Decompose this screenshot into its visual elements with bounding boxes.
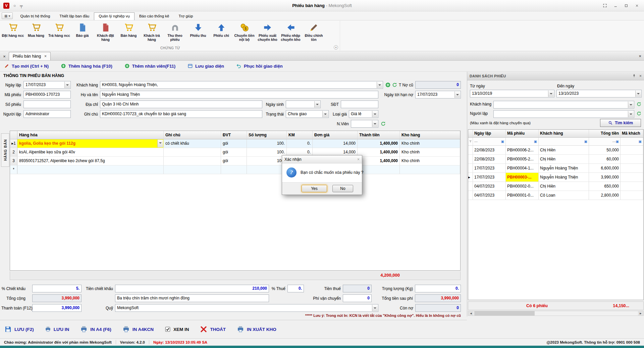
- list-item[interactable]: 04/07/2023 PBH00002-0... Chị Hiền 650,00…: [468, 182, 643, 191]
- in-a4-button[interactable]: IN A4 (F6): [80, 325, 111, 333]
- product-cell[interactable]: kgolia, Golia kẹo the gói 112g: [17, 139, 164, 148]
- in-xuat-kho-button[interactable]: IN XUẤT KHO: [236, 325, 276, 333]
- tim-kiem-button[interactable]: Tìm kiếm: [600, 119, 641, 127]
- dialog-close-icon[interactable]: ×: [357, 157, 360, 162]
- loai-gia-input[interactable]: Giá lẻ: [349, 110, 378, 118]
- chevron-down-icon[interactable]: [372, 305, 378, 311]
- ribbon-khach-tra-hang[interactable]: Khách trả hàng: [140, 22, 163, 43]
- ghi-chu-input[interactable]: KDH00002-170723_ok chuyển từ báo giá san…: [100, 110, 262, 118]
- tao-moi-button[interactable]: Tạo mới (Ctrl + N): [4, 63, 49, 69]
- tab-quan-ly-nghiep-vu[interactable]: Quản lý nghiệp vụ: [94, 12, 135, 20]
- col-dvt[interactable]: ĐVT: [221, 131, 247, 139]
- filter-icon[interactable]: ▣: [534, 138, 537, 145]
- trong-luong-input[interactable]: 0.: [415, 285, 461, 292]
- chevron-down-icon[interactable]: [548, 90, 554, 97]
- scrollbar-thumb[interactable]: [474, 311, 535, 316]
- col-tong-tien[interactable]: Tổng tiền: [589, 130, 621, 137]
- so-phieu-input[interactable]: [23, 100, 71, 108]
- refresh-employee-icon[interactable]: [380, 121, 386, 127]
- filter-icon[interactable]: ▣: [639, 138, 642, 145]
- chevron-down-icon[interactable]: [314, 101, 320, 108]
- thue-pct-input[interactable]: 0.: [287, 285, 304, 292]
- nguoi-lap-input[interactable]: Administrator: [23, 110, 71, 118]
- ribbon-ban-hang[interactable]: Bán hàng: [117, 22, 140, 43]
- col-ngay-lap[interactable]: Ngày lập: [473, 130, 506, 137]
- rp-nguoi-lap-combo[interactable]: [493, 110, 634, 118]
- t-no-cu-input[interactable]: 0: [415, 81, 461, 89]
- quy-combo[interactable]: MekongSoft: [115, 304, 378, 312]
- ribbon-dieu-chinh-ton[interactable]: Điều chỉnh tồn: [302, 22, 325, 43]
- con-no-input[interactable]: 0: [415, 304, 461, 312]
- luu-button[interactable]: LƯU (F2): [4, 325, 34, 333]
- trang-thai-input[interactable]: Chưa giao: [286, 110, 329, 118]
- tong-cong-input[interactable]: 3,990,000: [32, 294, 82, 302]
- ma-phieu-input[interactable]: PBH00003-170723: [23, 91, 71, 98]
- thoat-button[interactable]: THOÁT: [200, 325, 226, 333]
- col-khach-hang[interactable]: Khách hàng: [539, 130, 589, 137]
- chevron-down-icon[interactable]: [628, 111, 634, 117]
- scroll-right-icon[interactable]: ▶: [638, 311, 643, 316]
- list-item[interactable]: 22/08/2023 PBH00006-2... Chị Hiền 50,000: [468, 146, 643, 155]
- rp-khach-hang-combo[interactable]: [493, 101, 634, 109]
- list-item[interactable]: 04/07/2023 PBH00001-0... Cô Loan 2,800,0…: [468, 191, 643, 200]
- chevron-down-icon[interactable]: [628, 101, 634, 108]
- ribbon-group-expander-icon[interactable]: ▾: [334, 45, 338, 50]
- list-item-selected[interactable]: ▸ 17/07/2023 PBH00003-... Nguyễn Hoàng T…: [468, 173, 643, 182]
- chiet-khau-pct-input[interactable]: 5.: [32, 285, 82, 292]
- no-button[interactable]: No: [332, 185, 353, 192]
- tabbar-right-close-icon[interactable]: ×: [639, 54, 641, 59]
- phi-van-chuyen-input[interactable]: 0: [343, 294, 372, 302]
- chevron-down-icon[interactable]: [372, 111, 378, 117]
- chevron-down-icon[interactable]: [377, 82, 382, 88]
- ribbon-bao-gia[interactable]: Báo giá: [71, 22, 94, 43]
- kh-combo[interactable]: KH0003, Nguyễn Hoàng Thiện,: [100, 81, 383, 89]
- side-tab-hang-ban[interactable]: HÀNG BÁN: [1, 133, 9, 167]
- table-row[interactable]: 2 ksAl, Alpenlibe kẹo sữa gói 40v gói 10…: [10, 148, 460, 157]
- ribbon-tra-hang-ncc[interactable]: Trả hàng ncc: [48, 22, 71, 43]
- horizontal-scrollbar[interactable]: ◀ ▶: [468, 311, 644, 316]
- ribbon-chuyen-tien-noi-bo[interactable]: Chuyển tiền nội bộ: [233, 22, 256, 43]
- ribbon-phieu-xuat-chuyen-kho[interactable]: Phiếu xuất chuyển kho: [256, 22, 279, 43]
- thanh-toan-input[interactable]: 3,990,000: [32, 304, 82, 312]
- table-row[interactable]: 3 8935001712527, Alpenlibe kẹo 2chew gói…: [10, 157, 460, 165]
- phuc-hoi-giao-dien-button[interactable]: Phục hồi giao diện: [236, 63, 283, 69]
- ribbon-phieu-thu[interactable]: Phiếu thu: [186, 22, 210, 43]
- ribbon-phieu-nhap-chuyen-kho[interactable]: Phiếu nhập chuyển kho: [279, 22, 302, 43]
- tong-tien-sau-phi-input[interactable]: 3,990,000: [415, 294, 461, 302]
- ribbon-khach-dat-hang[interactable]: Khách đặt hàng: [94, 22, 117, 43]
- filter-icon[interactable]: ▣: [616, 138, 619, 145]
- list-item[interactable]: 22/08/2023 PBH00005-2... Chị Hiền 60,000: [468, 155, 643, 164]
- tab-quan-tri-he-thong[interactable]: Quản trị hệ thống: [15, 12, 55, 20]
- ho-ten-input[interactable]: Nguyễn Hoàng Thiện: [100, 91, 378, 98]
- ngay-toi-han-input[interactable]: 17/07/2023: [415, 91, 461, 98]
- ngay-lap-input[interactable]: 17/07/2023: [23, 81, 71, 89]
- col-don-gia[interactable]: Đơn giá: [313, 131, 358, 139]
- xem-in-button[interactable]: XEM IN: [164, 326, 189, 333]
- them-nhan-vien-button[interactable]: Thêm nhân viên(F11): [124, 63, 175, 69]
- in-a4kcn-button[interactable]: IN A4KCN: [122, 325, 154, 333]
- refresh-icon[interactable]: [636, 111, 642, 116]
- doc-tab-phieu-ban-hang[interactable]: Phiếu bán hàng ×: [9, 52, 51, 60]
- chevron-down-icon[interactable]: [157, 140, 163, 147]
- col-km[interactable]: KM: [287, 131, 313, 139]
- quick-access-pin-icon[interactable]: ╤: [20, 3, 23, 8]
- filter-icon[interactable]: ▣: [584, 138, 587, 145]
- quick-access-circle-icon[interactable]: ○: [13, 3, 16, 8]
- nvien-input[interactable]: [351, 120, 378, 128]
- menu-grid-button[interactable]: ▦▾: [2, 12, 13, 19]
- tu-ngay-input[interactable]: 13/10/2019: [470, 90, 554, 97]
- new-item-row[interactable]: *: [10, 165, 460, 174]
- fullscreen-icon[interactable]: [600, 2, 609, 9]
- scroll-left-icon[interactable]: ◀: [468, 311, 474, 316]
- maximize-icon[interactable]: [622, 2, 631, 9]
- col-kho-hang[interactable]: Kho hàng: [400, 131, 460, 139]
- ribbon-mua-hang[interactable]: Mua hàng: [24, 22, 48, 43]
- luu-in-button[interactable]: LƯU IN: [45, 326, 69, 333]
- tien-thue-input[interactable]: 0: [343, 285, 372, 292]
- col-ghi-chu[interactable]: Ghi chú: [164, 131, 221, 139]
- them-hang-hoa-button[interactable]: Thêm hàng hóa (F10): [61, 63, 112, 69]
- col-ma-phieu[interactable]: Mã phiếu: [506, 130, 539, 137]
- tab-tro-giup[interactable]: Trợ giúp: [174, 12, 198, 20]
- amount-words-input[interactable]: Ba triệu chín trăm chín mươi nghìn đồng: [115, 294, 269, 302]
- yes-button[interactable]: Yes: [302, 185, 327, 192]
